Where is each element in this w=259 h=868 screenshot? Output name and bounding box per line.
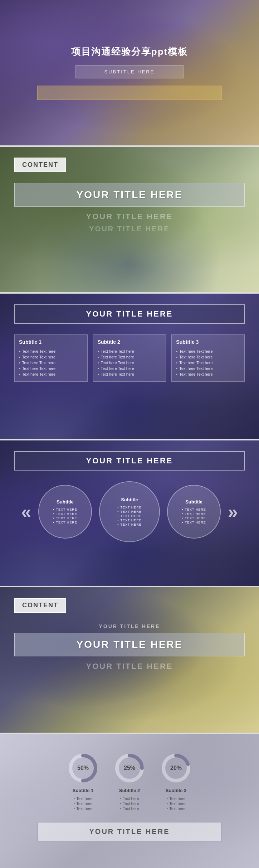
- list-item: TEXT HERE: [53, 512, 77, 516]
- slide-5-content: CONTENT YOUR TITLE HERE YOUR TITLE HERE …: [0, 587, 259, 733]
- list-item: TEXT HERE: [182, 516, 206, 520]
- chart3-subtitle: Subtitle 3: [166, 788, 187, 793]
- list-item: TEXT HERE: [53, 520, 77, 525]
- slide6-bottom-title: YOUR TITLE HERE: [37, 822, 221, 842]
- list-item: Text here: [120, 796, 139, 801]
- list-item: Text here: [166, 801, 185, 806]
- donut-3-label: 20%: [160, 752, 192, 784]
- list-item: TEXT HERE: [182, 512, 206, 516]
- col1-list: Text here Text here Text here Text here …: [19, 348, 83, 377]
- list-item: Text here Text here: [176, 354, 240, 360]
- list-item: Text here: [120, 806, 139, 811]
- circle3-subtitle: Subtitle: [185, 499, 202, 505]
- circle3-list: TEXT HERE TEXT HERE TEXT HERE TEXT HERE: [182, 507, 206, 525]
- slide-5-small-title: YOUR TITLE HERE: [14, 623, 245, 629]
- list-item: Text here Text here: [176, 360, 240, 366]
- list-item: Text here: [73, 806, 92, 811]
- slide-4: YOUR TITLE HERE « Subtitle TEXT HERE TEX…: [0, 440, 259, 586]
- list-item: Text here Text here: [19, 348, 83, 354]
- list-item: TEXT HERE: [182, 507, 206, 512]
- slide-3-title: YOUR TITLE HERE: [14, 304, 245, 324]
- slide-3-col3: Subtitle 3 Text here Text here Text here…: [171, 334, 245, 382]
- list-item: Text here Text here: [98, 354, 162, 360]
- col2-subtitle: Subtitle 2: [98, 339, 162, 345]
- chart1-list: Text here Text here Text here: [73, 796, 92, 811]
- slide-1-subtitle: SUBTITLE HERE: [75, 65, 184, 78]
- slide-5-title-main: YOUR TITLE HERE: [14, 633, 245, 656]
- list-item: Text here: [73, 796, 92, 801]
- donut-2-label: 25%: [113, 752, 146, 784]
- list-item: TEXT HERE: [117, 505, 142, 510]
- circles-container: « Subtitle TEXT HERE TEXT HERE TEXT HERE…: [14, 481, 245, 542]
- col3-list: Text here Text here Text here Text here …: [176, 348, 240, 377]
- slide-2-title-shadow1: YOUR TITLE HERE: [14, 212, 245, 221]
- col3-subtitle: Subtitle 3: [176, 339, 240, 345]
- chart3-list: Text here Text here Text here: [166, 796, 185, 811]
- slide-6-content: 50% Subtitle 1 Text here Text here Text …: [0, 734, 259, 868]
- slide-2-badge: CONTENT: [14, 158, 66, 172]
- donut-2: 25%: [113, 752, 146, 784]
- col2-list: Text here Text here Text here Text here …: [98, 348, 162, 377]
- col1-subtitle: Subtitle 1: [19, 339, 83, 345]
- list-item: Text here Text here: [176, 348, 240, 354]
- slide-4-content: YOUR TITLE HERE « Subtitle TEXT HERE TEX…: [0, 440, 259, 586]
- list-item: Text here Text here: [98, 360, 162, 366]
- donut-3: 20%: [160, 752, 192, 784]
- charts-row: 50% Subtitle 1 Text here Text here Text …: [67, 752, 192, 811]
- slide-5-title-shadow: YOUR TITLE HERE: [14, 662, 245, 671]
- slide-1-content: 项目沟通经验分享ppt模板 SUBTITLE HERE: [0, 0, 259, 145]
- circle1-list: TEXT HERE TEXT HERE TEXT HERE TEXT HERE: [53, 507, 77, 525]
- slide-3: YOUR TITLE HERE Subtitle 1 Text here Tex…: [0, 294, 259, 439]
- chart2-list: Text here Text here Text here: [120, 796, 139, 811]
- list-item: Text here: [166, 796, 185, 801]
- list-item: TEXT HERE: [117, 510, 142, 514]
- list-item: Text here: [120, 801, 139, 806]
- circle-1: Subtitle TEXT HERE TEXT HERE TEXT HERE T…: [38, 485, 92, 539]
- list-item: Text here Text here: [98, 366, 162, 371]
- circle-3: Subtitle TEXT HERE TEXT HERE TEXT HERE T…: [167, 485, 221, 539]
- circle1-subtitle: Subtitle: [57, 499, 74, 505]
- donut-1: 50%: [67, 752, 99, 784]
- slide-2-title-shadow2: YOUR TITLE HERE: [14, 225, 245, 233]
- chart2-subtitle: Subtitle 2: [119, 788, 140, 793]
- list-item: TEXT HERE: [53, 516, 77, 520]
- slide-5-badge: CONTENT: [14, 598, 66, 613]
- list-item: TEXT HERE: [117, 518, 142, 522]
- chart-2: 25% Subtitle 2 Text here Text here Text …: [113, 752, 146, 811]
- slide-4-title: YOUR TITLE HERE: [14, 451, 245, 471]
- circle-2: Subtitle TEXT HERE TEXT HERE TEXT HERE T…: [99, 481, 160, 542]
- slide-2: CONTENT YOUR TITLE HERE YOUR TITLE HERE …: [0, 147, 259, 292]
- slide-2-content: CONTENT YOUR TITLE HERE YOUR TITLE HERE …: [0, 147, 259, 292]
- list-item: Text here Text here: [19, 366, 83, 371]
- list-item: Text here: [73, 801, 92, 806]
- list-item: TEXT HERE: [53, 507, 77, 512]
- chart-1: 50% Subtitle 1 Text here Text here Text …: [67, 752, 99, 811]
- list-item: TEXT HERE: [117, 522, 142, 527]
- circle2-subtitle: Subtitle: [121, 497, 138, 502]
- chart1-subtitle: Subtitle 1: [73, 788, 94, 793]
- slide-5: CONTENT YOUR TITLE HERE YOUR TITLE HERE …: [0, 587, 259, 733]
- donut-1-label: 50%: [67, 752, 99, 784]
- slide-3-content: YOUR TITLE HERE Subtitle 1 Text here Tex…: [0, 294, 259, 439]
- list-item: Text here Text here: [19, 354, 83, 360]
- slide-1-main-title: 项目沟通经验分享ppt模板: [71, 45, 188, 58]
- circle2-list: TEXT HERE TEXT HERE TEXT HERE TEXT HERE …: [117, 505, 142, 527]
- list-item: TEXT HERE: [182, 520, 206, 525]
- list-item: Text here: [166, 806, 185, 811]
- slide-3-columns: Subtitle 1 Text here Text here Text here…: [14, 334, 245, 382]
- list-item: Text here Text here: [98, 348, 162, 354]
- list-item: Text here Text here: [176, 371, 240, 377]
- slide-3-col2: Subtitle 2 Text here Text here Text here…: [93, 334, 166, 382]
- slide-1: 项目沟通经验分享ppt模板 SUBTITLE HERE: [0, 0, 259, 145]
- list-item: Text here Text here: [19, 360, 83, 366]
- slide-1-yellow-bar: [37, 86, 221, 100]
- slide-6: 50% Subtitle 1 Text here Text here Text …: [0, 734, 259, 868]
- chart-3: 20% Subtitle 3 Text here Text here Text …: [160, 752, 192, 811]
- quote-right: »: [228, 503, 238, 521]
- list-item: Text here Text here: [176, 366, 240, 371]
- slide-2-title-main: YOUR TITLE HERE: [14, 183, 245, 207]
- list-item: TEXT HERE: [117, 514, 142, 518]
- list-item: Text here Text here: [19, 371, 83, 377]
- quote-left: «: [21, 503, 31, 521]
- slide-3-col1: Subtitle 1 Text here Text here Text here…: [14, 334, 88, 382]
